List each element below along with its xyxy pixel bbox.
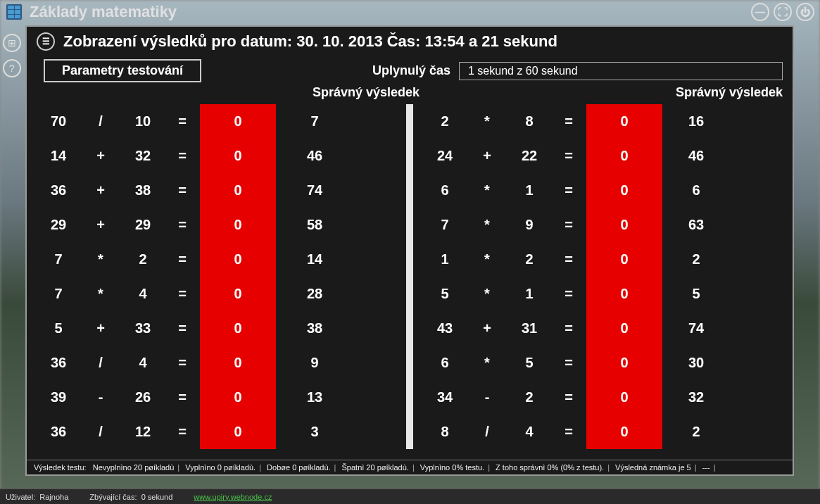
left-sidebar: ⊞ ?	[3, 34, 21, 77]
result-row: 7*2=014	[37, 242, 396, 277]
operator: +	[467, 139, 507, 173]
operand-a: 1	[423, 242, 467, 277]
minimize-button[interactable]: —	[751, 3, 769, 21]
operand-b: 9	[507, 208, 551, 242]
equals-sign: =	[165, 208, 200, 242]
operand-a: 43	[423, 311, 467, 346]
website-link[interactable]: www.upiry.webnode.cz	[194, 493, 272, 501]
operand-a: 7	[423, 208, 467, 242]
operand-a: 29	[37, 208, 80, 242]
operand-a: 2	[423, 104, 467, 139]
operand-b: 4	[121, 346, 165, 380]
right-column: 2*8=01624+22=0466*1=067*9=0631*2=025*1=0…	[423, 104, 783, 449]
operand-b: 2	[121, 242, 165, 277]
correct-answer: 9	[276, 346, 353, 380]
operand-b: 8	[507, 104, 551, 139]
operator: -	[467, 380, 507, 415]
result-row: 39-26=013	[37, 380, 396, 415]
operator: *	[467, 242, 507, 277]
correct-answer: 30	[662, 346, 730, 380]
operator: +	[467, 311, 507, 346]
params-button[interactable]: Parametry testování	[44, 59, 201, 82]
operand-b: 12	[121, 415, 165, 449]
operand-a: 70	[37, 104, 80, 139]
user-answer: 0	[586, 104, 662, 139]
footer-stat: Výsledná známka je 5	[615, 463, 691, 472]
user-answer: 0	[200, 415, 276, 449]
result-footer: Výsledek testu: Nevyplnìno 20 pøíkladù| …	[27, 460, 793, 474]
operand-b: 31	[507, 311, 551, 346]
correct-answer: 38	[276, 311, 353, 346]
correct-answer: 46	[662, 139, 730, 173]
results-panel: ☰ Zobrazení výsledků pro datum: 30. 10. …	[25, 25, 794, 476]
result-row: 8/4=02	[423, 415, 783, 449]
user-answer: 0	[200, 139, 276, 173]
footer-stat: Dobøe 0 pøíkladù.	[267, 463, 331, 472]
equals-sign: =	[551, 415, 586, 449]
operand-b: 10	[121, 104, 165, 139]
equals-sign: =	[165, 311, 200, 346]
equals-sign: =	[165, 415, 200, 449]
correct-answer: 6	[662, 173, 730, 208]
operator: /	[80, 346, 121, 380]
result-row: 29+29=058	[37, 208, 396, 242]
time-left-value: 0 sekund	[141, 493, 173, 501]
result-row: 34-2=032	[423, 380, 783, 415]
correct-answer: 28	[276, 277, 353, 311]
operand-b: 1	[507, 173, 551, 208]
operand-a: 6	[423, 173, 467, 208]
correct-answer: 58	[276, 208, 353, 242]
user-answer: 0	[200, 380, 276, 415]
column-headers: Správný výsledek Správný výsledek	[27, 84, 793, 104]
result-row: 43+31=074	[423, 311, 783, 346]
operand-a: 34	[423, 380, 467, 415]
result-row: 6*5=030	[423, 346, 783, 380]
equals-sign: =	[551, 277, 586, 311]
equals-sign: =	[551, 104, 586, 139]
user-answer: 0	[586, 173, 662, 208]
operand-b: 4	[507, 415, 551, 449]
result-row: 2*8=016	[423, 104, 783, 139]
correct-answer: 2	[662, 415, 730, 449]
time-left-label: Zbývající čas:	[89, 493, 137, 501]
equals-sign: =	[165, 173, 200, 208]
user-answer: 0	[200, 277, 276, 311]
status-bar: Uživatel: Rajnoha Zbývající čas: 0 sekun…	[0, 489, 820, 504]
menu-icon[interactable]: ☰	[37, 32, 55, 51]
correct-answer: 13	[276, 380, 353, 415]
correct-answer: 63	[662, 208, 730, 242]
correct-answer: 5	[662, 277, 730, 311]
user-answer: 0	[586, 311, 662, 346]
equals-sign: =	[551, 380, 586, 415]
equals-sign: =	[551, 242, 586, 277]
results-grid: 70/10=0714+32=04636+38=07429+29=0587*2=0…	[27, 104, 793, 449]
operator: *	[467, 104, 507, 139]
app-titlebar: Základy matematiky — ⛶ ⏻	[0, 0, 820, 24]
operand-a: 6	[423, 346, 467, 380]
correct-answer: 32	[662, 380, 730, 415]
power-button[interactable]: ⏻	[796, 3, 814, 21]
app-title: Základy matematiky	[30, 3, 747, 21]
result-row: 1*2=02	[423, 242, 783, 277]
user-answer: 0	[586, 346, 662, 380]
result-row: 36/4=09	[37, 346, 396, 380]
app-logo-icon	[6, 4, 23, 20]
correct-answer: 16	[662, 104, 730, 139]
correct-answer: 2	[662, 242, 730, 277]
operand-b: 1	[507, 277, 551, 311]
operator: *	[80, 242, 121, 277]
footer-stat: Z toho správnì 0% (0% z testu).	[496, 463, 604, 472]
fullscreen-button[interactable]: ⛶	[774, 3, 792, 21]
grid-icon[interactable]: ⊞	[3, 34, 21, 52]
operator: +	[80, 311, 121, 346]
operand-b: 2	[507, 242, 551, 277]
user-label: Uživatel:	[6, 493, 35, 501]
operator: -	[80, 380, 121, 415]
equals-sign: =	[165, 104, 200, 139]
help-icon[interactable]: ?	[3, 59, 21, 77]
result-row: 14+32=046	[37, 139, 396, 173]
equals-sign: =	[551, 346, 586, 380]
result-row: 5+33=038	[37, 311, 396, 346]
equals-sign: =	[165, 139, 200, 173]
user-answer: 0	[586, 415, 662, 449]
